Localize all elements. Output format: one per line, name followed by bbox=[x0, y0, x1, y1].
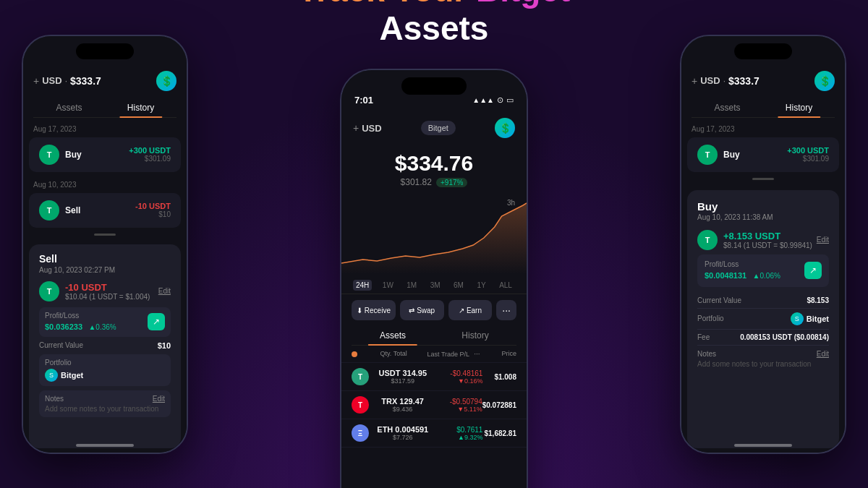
time-tab-1m[interactable]: 1M bbox=[404, 280, 420, 291]
left-pnl-row: Profit/Loss $0.036233 ▲0.36% ↗ bbox=[39, 307, 171, 337]
left-tab-history[interactable]: History bbox=[105, 98, 176, 117]
right-detail-edit[interactable]: Edit bbox=[817, 236, 829, 244]
left-detail-amount: -10 USDT bbox=[65, 282, 150, 293]
center-status-icons: ▲▲▲ ⊙ ▭ bbox=[472, 95, 514, 105]
usdt-pnl: -$0.48161 bbox=[433, 369, 483, 377]
more-button[interactable]: ··· bbox=[496, 300, 516, 320]
table-header-dot bbox=[352, 351, 357, 357]
left-tab-assets[interactable]: Assets bbox=[33, 98, 105, 117]
right-cv-label: Current Value bbox=[697, 296, 741, 304]
left-header-icon[interactable]: 💲 bbox=[156, 71, 176, 91]
right-tx1-type: Buy bbox=[723, 150, 740, 160]
left-tab-bar: Assets History bbox=[33, 98, 176, 118]
right-portfolio-label: Portfolio bbox=[697, 314, 724, 322]
usdt-price: $1.008 bbox=[482, 373, 516, 381]
right-scroll-indicator bbox=[752, 178, 774, 180]
right-detail-date: Aug 10, 2023 11:38 AM bbox=[697, 213, 829, 221]
time-tab-all[interactable]: ALL bbox=[496, 280, 515, 291]
left-header: + USD · $333.7 💲 bbox=[23, 65, 187, 97]
right-tx1[interactable]: T Buy +300 USDT $301.09 bbox=[687, 137, 839, 172]
receive-button[interactable]: ⬇ Receive bbox=[352, 300, 396, 320]
left-notes-edit[interactable]: Edit bbox=[153, 395, 165, 403]
right-fee-label: Fee bbox=[697, 333, 710, 341]
right-detail-amount: +8.153 USDT bbox=[723, 231, 812, 241]
left-header-amount: $333.7 bbox=[70, 75, 101, 87]
left-tx2[interactable]: T Sell -10 USDT $10 bbox=[29, 193, 181, 228]
th-qty: Qty. Total bbox=[362, 350, 425, 358]
right-tx1-right: +300 USDT $301.09 bbox=[787, 146, 829, 163]
left-header-currency: USD bbox=[42, 75, 61, 86]
left-detail-icon: T bbox=[39, 281, 59, 301]
hero-track: Track Your bbox=[298, 0, 476, 9]
right-tx1-amount: +300 USDT bbox=[787, 146, 829, 155]
right-header: + USD · $333.7 💲 bbox=[681, 65, 845, 97]
trx-price: $0.072881 bbox=[482, 401, 516, 409]
right-phone: + USD · $333.7 💲 Assets History Aug 17, … bbox=[680, 35, 846, 454]
eth-symbol: ETH 0.004591 bbox=[373, 425, 433, 434]
right-tab-history[interactable]: History bbox=[763, 98, 835, 117]
left-tx2-amount: -10 USDT bbox=[135, 202, 171, 210]
left-detail-edit[interactable]: Edit bbox=[158, 287, 171, 295]
right-header-sep: · bbox=[723, 76, 726, 86]
th-dots: ··· bbox=[474, 350, 480, 358]
right-tab-assets[interactable]: Assets bbox=[692, 98, 763, 117]
left-tx2-fiat: $10 bbox=[135, 210, 171, 218]
center-status-time: 7:01 bbox=[354, 95, 373, 106]
usdt-price-col: $1.008 bbox=[482, 373, 516, 381]
right-detail-card: Buy Aug 10, 2023 11:38 AM T +8.153 USDT … bbox=[687, 190, 839, 448]
table-row[interactable]: Ξ ETH 0.004591 $7.726 $0.7611 ▲9.32% $1,… bbox=[341, 419, 527, 448]
left-notes-header: Notes Edit bbox=[45, 395, 165, 403]
left-date1: Aug 17, 2023 bbox=[23, 118, 187, 136]
right-tx1-icon: T bbox=[697, 145, 718, 165]
left-portfolio-label: Portfolio bbox=[45, 359, 165, 367]
center-balance-section: $334.76 $301.82 +917% bbox=[341, 144, 527, 192]
left-tx2-icon: T bbox=[39, 200, 59, 221]
earn-button[interactable]: ↗ Earn bbox=[448, 300, 493, 320]
center-currency: USD bbox=[362, 123, 381, 134]
table-row[interactable]: T USDT 314.95 $317.59 -$0.48161 ▼0.16% $… bbox=[341, 363, 527, 391]
right-pnl-arrow: ↗ bbox=[804, 262, 822, 279]
time-tab-6m[interactable]: 6M bbox=[451, 280, 467, 291]
left-date2: Aug 10, 2023 bbox=[23, 174, 187, 192]
right-amount-row: T +8.153 USDT $8.14 (1 USDT = $0.99841) … bbox=[697, 230, 829, 250]
center-balance-fiat: $301.82 bbox=[401, 177, 432, 187]
right-phone-screen: + USD · $333.7 💲 Assets History Aug 17, … bbox=[681, 36, 845, 453]
time-tab-3m[interactable]: 3M bbox=[427, 280, 443, 291]
right-notes-header: Notes Edit bbox=[697, 350, 829, 358]
right-header-icon[interactable]: 💲 bbox=[814, 71, 835, 91]
right-pnl-value: $0.0048131 bbox=[705, 271, 746, 280]
time-tab-1w[interactable]: 1W bbox=[380, 280, 396, 291]
eth-pnl-col: $0.7611 ▲9.32% bbox=[433, 426, 483, 441]
left-tx2-type: Sell bbox=[65, 205, 80, 215]
table-row[interactable]: T TRX 129.47 $9.436 -$0.50794 ▼5.11% $0.… bbox=[341, 391, 527, 419]
left-detail-card: Sell Aug 10, 2023 02:27 PM T -10 USDT $1… bbox=[29, 244, 181, 448]
right-notes-edit[interactable]: Edit bbox=[817, 350, 829, 358]
hero-line2: Assets bbox=[298, 9, 571, 48]
battery-icon: ▭ bbox=[506, 95, 514, 105]
center-phone-notch bbox=[401, 77, 467, 95]
time-tab-1y[interactable]: 1Y bbox=[474, 280, 488, 291]
bitget-badge[interactable]: Bitget bbox=[421, 121, 456, 135]
left-tx1-icon: T bbox=[39, 145, 59, 165]
left-detail-title: Sell bbox=[39, 253, 171, 265]
left-header-left: + USD · $333.7 bbox=[33, 75, 101, 87]
left-scroll-indicator bbox=[94, 234, 116, 236]
right-cv-value: $8.153 bbox=[807, 296, 829, 304]
right-header-plus: + bbox=[692, 75, 697, 87]
right-header-amount: $333.7 bbox=[728, 75, 760, 87]
center-header-icon[interactable]: 💲 bbox=[495, 118, 515, 138]
signal-icon: ▲▲▲ bbox=[472, 96, 494, 104]
usdt-pnl-pct: ▼0.16% bbox=[433, 377, 483, 385]
left-tx1[interactable]: T Buy +300 USDT $301.09 bbox=[29, 137, 181, 172]
time-tab-24h[interactable]: 24H bbox=[353, 280, 372, 291]
trx-pnl-pct: ▼5.11% bbox=[432, 406, 482, 413]
th-pnl: Last Trade P/L ··· bbox=[425, 350, 480, 358]
usdt-name-col: USDT 314.95 $317.59 bbox=[373, 369, 433, 385]
trx-pnl-col: -$0.50794 ▼5.11% bbox=[432, 398, 482, 413]
swap-button[interactable]: ⇄ Swap bbox=[400, 300, 444, 320]
right-pnl-label: Profit/Loss bbox=[705, 260, 780, 268]
center-tab-assets[interactable]: Assets bbox=[352, 326, 434, 345]
center-tab-history[interactable]: History bbox=[434, 326, 516, 345]
phone-notch-right bbox=[734, 43, 792, 59]
center-tab-bar: Assets History bbox=[352, 326, 516, 346]
